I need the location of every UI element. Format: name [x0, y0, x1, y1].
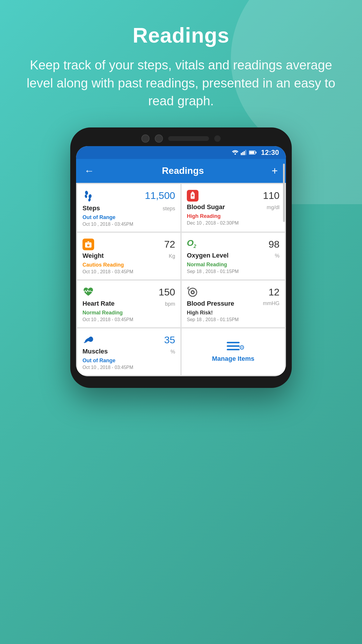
header-title: Readings — [162, 165, 204, 176]
blood-pressure-unit: mmHG — [263, 300, 280, 307]
manage-lines — [227, 342, 240, 350]
steps-card[interactable]: 11,500 Steps steps Out of Range Oct 10 ,… — [77, 184, 180, 232]
svg-rect-15 — [191, 192, 194, 193]
status-time: 12:30 — [261, 148, 279, 157]
app-header: ← Readings + — [76, 159, 286, 183]
steps-icon — [82, 190, 94, 203]
blood-pressure-name: Blood Pressure — [187, 300, 234, 307]
muscles-datetime: Oct 10 , 2018 - 03:45PM — [82, 365, 175, 370]
phone-mockup: 12:30 ← Readings + — [70, 127, 292, 388]
phone-camera-left — [141, 134, 150, 143]
svg-rect-3 — [241, 153, 242, 155]
svg-point-11 — [88, 194, 92, 199]
reading-cards-grid: 11,500 Steps steps Out of Range Oct 10 ,… — [76, 183, 286, 376]
blood-sugar-name: Blood Sugar — [187, 203, 225, 211]
svg-point-10 — [85, 190, 88, 195]
oxygen-datetime: Sep 18 , 2018 - 01:15PM — [187, 269, 280, 274]
blood-pressure-card[interactable]: 12 Blood Pressure mmHG High Risk! Sep 18… — [182, 281, 285, 327]
oxygen-name: Oxygen Level — [187, 252, 229, 259]
phone-screen: 12:30 ← Readings + — [76, 146, 286, 376]
battery-icon — [249, 150, 256, 155]
blood-sugar-value: 110 — [263, 190, 280, 201]
blood-pressure-datetime: Sep 18 , 2018 - 01:15PM — [187, 317, 280, 322]
phone-speaker — [168, 136, 209, 141]
svg-point-2 — [234, 153, 236, 155]
blood-sugar-status: High Reading — [187, 213, 280, 219]
heart-rate-card[interactable]: 150 Heart Rate bpm Normal Reading Oct 10… — [77, 281, 180, 327]
hero-subtitle: Keep track of your steps, vitals and rea… — [17, 56, 345, 110]
blood-pressure-icon — [187, 286, 198, 298]
oxygen-unit: % — [275, 253, 280, 259]
muscles-card[interactable]: 35 Muscles % Out of Range Oct 10 , 2018 … — [77, 328, 180, 375]
weight-card[interactable]: 72 Weight Kg Cautios Reading Oct 10 , 20… — [77, 233, 180, 279]
phone-top-bar — [76, 134, 286, 143]
gear-icon: ⚙ — [239, 344, 245, 351]
weight-value: 72 — [164, 239, 175, 250]
manage-items-label[interactable]: Manage Items — [212, 355, 254, 363]
steps-status: Out of Range — [82, 214, 175, 220]
heart-rate-name: Heart Rate — [82, 300, 115, 307]
weight-unit: Kg — [169, 253, 175, 259]
add-button[interactable]: + — [272, 165, 278, 177]
svg-rect-4 — [242, 152, 243, 155]
status-icons: 12:30 — [232, 148, 279, 157]
back-button[interactable]: ← — [84, 165, 94, 176]
steps-unit: steps — [163, 206, 175, 212]
muscles-unit: % — [171, 349, 175, 355]
oxygen-status: Normal Reading — [187, 262, 280, 268]
steps-value: 11,500 — [145, 190, 175, 201]
steps-name: Steps — [82, 204, 100, 212]
heart-rate-icon — [82, 286, 94, 298]
svg-rect-8 — [249, 151, 254, 154]
manage-line-1 — [227, 342, 240, 343]
muscles-value: 35 — [164, 334, 175, 346]
manage-line-3 — [227, 349, 240, 350]
blood-sugar-card[interactable]: 110 Blood Sugar mg/dl High Reading Dec 1… — [182, 184, 285, 232]
manage-items-icon-wrap: ⚙ — [227, 342, 240, 350]
weight-name: Weight — [82, 252, 104, 260]
steps-datetime: Oct 10 , 2018 - 03:45PM — [82, 222, 175, 227]
svg-point-13 — [88, 198, 91, 202]
status-bar: 12:30 — [76, 146, 286, 159]
oxygen-icon: O2 — [187, 239, 196, 249]
svg-rect-22 — [88, 244, 89, 245]
svg-rect-20 — [87, 241, 89, 243]
blood-sugar-icon — [187, 190, 198, 202]
phone-sensor — [214, 135, 221, 142]
svg-rect-6 — [245, 150, 246, 155]
blood-sugar-datetime: Dec 10 , 2018 - 02:30PM — [187, 220, 280, 226]
weight-icon — [82, 239, 94, 250]
svg-rect-18 — [192, 194, 193, 197]
muscles-name: Muscles — [82, 348, 108, 355]
blood-pressure-value: 12 — [268, 286, 280, 298]
signal-icon — [241, 150, 247, 155]
weight-status: Cautios Reading — [82, 262, 175, 268]
svg-rect-9 — [256, 152, 256, 153]
blood-sugar-unit: mg/dl — [267, 204, 280, 211]
heart-rate-unit: bpm — [165, 301, 175, 307]
manage-items-card[interactable]: ⚙ Manage Items — [182, 328, 285, 375]
heart-rate-status: Normal Reading — [82, 310, 175, 316]
oxygen-value: 98 — [268, 239, 280, 250]
wifi-icon — [232, 150, 238, 155]
phone-camera-right — [155, 134, 163, 143]
svg-point-25 — [192, 291, 194, 293]
svg-rect-5 — [244, 151, 245, 155]
muscles-icon — [82, 334, 94, 346]
phone-screen-wrapper: 12:30 ← Readings + — [76, 146, 286, 376]
oxygen-card[interactable]: O2 98 Oxygen Level % Normal Reading Sep … — [182, 233, 285, 279]
phone-scrollbar[interactable] — [283, 164, 285, 222]
blood-pressure-status: High Risk! — [187, 310, 280, 316]
weight-datetime: Oct 10 , 2018 - 03:45PM — [82, 269, 175, 274]
heart-rate-datetime: Oct 10 , 2018 - 03:45PM — [82, 317, 175, 322]
muscles-status: Out of Range — [82, 358, 175, 364]
heart-rate-value: 150 — [159, 286, 175, 298]
svg-point-12 — [85, 194, 88, 198]
manage-line-2 — [227, 345, 240, 347]
